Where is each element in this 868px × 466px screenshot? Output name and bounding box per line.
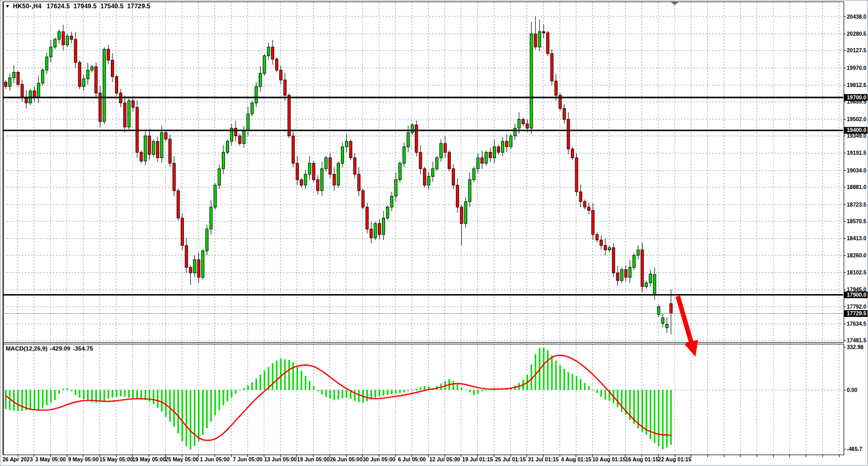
price-axis-label[interactable]: 18723.5	[847, 201, 866, 208]
bull-candle	[87, 70, 89, 79]
macd-histogram-bar	[383, 390, 385, 396]
bear-candle	[505, 141, 508, 147]
macd-histogram-bar	[403, 390, 405, 392]
time-axis-label[interactable]: 7 Jun 05:00	[233, 456, 262, 462]
time-axis-label[interactable]: 19 Jul 01:15	[462, 456, 493, 462]
price-axis-label[interactable]: 19812.5	[847, 82, 866, 88]
macd-histogram-bar	[251, 382, 253, 390]
time-axis-label[interactable]: 25 May 05:00	[165, 456, 199, 462]
macd-histogram-bar	[666, 390, 667, 448]
time-axis-label[interactable]: 19 Jun 05:00	[297, 456, 330, 462]
time-axis-label[interactable]: 31 Jul 01:15	[528, 456, 559, 462]
bull-candle	[637, 250, 639, 256]
macd-histogram-bar	[13, 390, 15, 411]
bear-candle	[165, 133, 167, 139]
price-axis-label[interactable]: 17634.5	[847, 321, 866, 327]
macd-histogram-bar	[395, 390, 396, 394]
bear-candle	[452, 169, 454, 185]
time-axis-label[interactable]: 16 Aug 01:15	[625, 456, 659, 462]
price-axis-label[interactable]: 19502.0	[847, 116, 866, 122]
bull-candle	[514, 128, 516, 136]
macd-histogram-bar	[346, 390, 347, 398]
bull-candle	[399, 163, 401, 180]
macd-histogram-bar	[264, 371, 265, 390]
time-axis-label[interactable]: 26 Jun 05:00	[330, 456, 362, 462]
bear-candle	[624, 270, 627, 278]
macd-histogram-bar	[17, 390, 19, 411]
symbol-dropdown-icon[interactable]: ▼	[5, 4, 10, 9]
time-axis-label[interactable]: 22 Aug 01:15	[658, 456, 692, 462]
price-axis-label[interactable]: 18413.0	[847, 235, 866, 241]
bull-candle	[243, 130, 245, 143]
bull-candle	[152, 141, 155, 154]
bear-candle	[551, 54, 553, 81]
macd-histogram-bar	[366, 390, 368, 401]
macd-histogram-bar	[50, 390, 52, 403]
bull-candle	[127, 101, 130, 127]
macd-histogram-bar	[140, 390, 142, 400]
price-axis-label[interactable]: 20438.0	[847, 13, 866, 20]
macd-histogram-bar	[112, 390, 113, 398]
macd-histogram-bar	[334, 390, 335, 400]
macd-histogram-bar	[658, 390, 660, 446]
macd-histogram-bar	[161, 390, 163, 412]
bull-candle	[37, 83, 40, 98]
bear-candle	[575, 158, 578, 192]
bear-candle	[70, 36, 73, 39]
price-axis-label[interactable]: 18881.0	[847, 184, 866, 190]
macd-histogram-bar	[34, 390, 35, 410]
bear-candle	[460, 207, 463, 224]
bull-candle	[251, 103, 253, 114]
price-axis-label[interactable]: 20127.5	[847, 47, 866, 53]
price-level-badge-label: 19400.0	[847, 127, 866, 133]
macd-histogram-bar	[670, 390, 672, 445]
macd-histogram-bar	[59, 390, 60, 394]
time-axis-label[interactable]: 6 Jul 05:00	[398, 456, 426, 462]
price-axis-label[interactable]: 19034.0	[847, 167, 866, 173]
price-axis-label[interactable]: 20280.5	[847, 31, 866, 37]
macd-histogram-bar	[83, 390, 84, 400]
price-axis-label[interactable]: 18102.5	[847, 269, 866, 275]
time-axis-label[interactable]: 13 Jun 05:00	[264, 456, 297, 462]
chart-canvas[interactable]: 20438.020280.520127.519970.019812.519659…	[1, 1, 868, 466]
macd-histogram-bar	[136, 390, 138, 399]
time-axis-label[interactable]: 10 Aug 01:15	[592, 456, 626, 462]
price-axis-label[interactable]: 19191.5	[847, 150, 866, 156]
price-axis-label[interactable]: 19970.0	[847, 65, 866, 71]
bull-candle	[308, 163, 311, 174]
time-axis-label[interactable]: 9 May 05:00	[68, 456, 98, 462]
bull-candle	[161, 133, 163, 158]
bull-candle	[411, 125, 414, 133]
macd-axis-label[interactable]: 0.00	[847, 387, 858, 393]
macd-histogram-bar	[576, 376, 577, 390]
macd-histogram-bar	[387, 390, 389, 395]
bear-candle	[107, 49, 110, 60]
time-axis-label[interactable]: 26 Apr 2023	[3, 456, 33, 462]
time-axis-label[interactable]: 25 Jul 01:15	[495, 456, 526, 462]
time-axis-label[interactable]: 15 May 05:00	[99, 456, 133, 462]
macd-histogram-bar	[215, 390, 216, 415]
macd-axis-label[interactable]: -465.7	[847, 446, 862, 452]
macd-histogram-bar	[354, 390, 355, 401]
time-axis-label[interactable]: 3 May 05:00	[35, 456, 66, 462]
time-axis-label[interactable]: 12 Jul 05:00	[429, 456, 460, 462]
bear-candle	[283, 80, 286, 95]
bear-candle	[177, 191, 179, 218]
time-axis-label[interactable]: 19 May 05:00	[132, 456, 166, 462]
bull-candle	[649, 274, 652, 283]
time-axis-label[interactable]: 30 Jun 05:00	[363, 456, 395, 462]
macd-axis-label[interactable]: 332.98	[847, 344, 863, 350]
macd-histogram-bar	[239, 390, 240, 390]
bull-candle	[58, 32, 61, 39]
price-axis-label[interactable]: 18260.0	[847, 252, 866, 258]
macd-histogram-bar	[120, 390, 121, 396]
price-axis-label[interactable]: 17792.0	[847, 303, 866, 310]
price-axis-label[interactable]: 17481.5	[847, 337, 866, 343]
time-axis-label[interactable]: 4 Aug 01:15	[561, 456, 592, 462]
bear-candle	[358, 174, 360, 191]
time-axis-label[interactable]: 1 Jun 05:00	[200, 456, 230, 462]
bull-candle	[247, 114, 249, 130]
macd-histogram-bar	[226, 390, 228, 401]
macd-histogram-bar	[223, 390, 224, 405]
price-axis-label[interactable]: 18570.5	[847, 218, 866, 224]
